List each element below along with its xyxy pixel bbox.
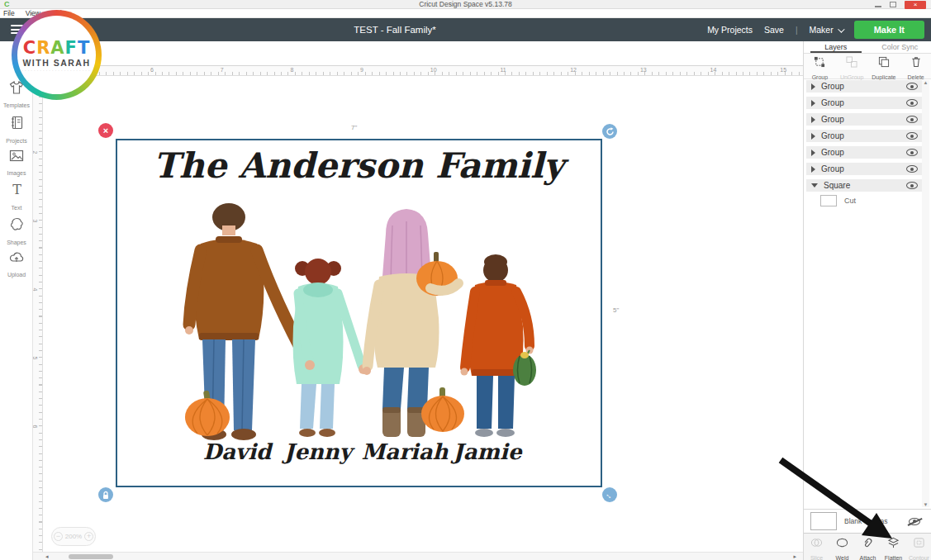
eye-icon[interactable] xyxy=(906,99,918,107)
canvas-color-swatch[interactable] xyxy=(810,512,837,530)
save-link[interactable]: Save xyxy=(764,25,784,35)
family-illustration[interactable] xyxy=(169,201,549,442)
watermark-subtitle: WITH SARAH xyxy=(22,58,90,68)
expand-icon[interactable] xyxy=(811,116,815,123)
eye-icon[interactable] xyxy=(906,182,918,189)
layer-row-square[interactable]: Square xyxy=(806,179,923,192)
layer-row-group-5[interactable]: Group xyxy=(806,146,923,159)
rotate-handle-icon[interactable] xyxy=(602,124,617,139)
ungroup-button: UnGroup xyxy=(836,54,868,78)
sidebar-item-upload[interactable]: Upload xyxy=(0,250,33,280)
minimize-icon[interactable] xyxy=(875,6,881,7)
contour-button: Contour xyxy=(906,534,931,560)
sidebar-item-projects[interactable]: Projects xyxy=(0,116,33,146)
ruler-number: 3 xyxy=(33,220,38,223)
scroll-right-icon[interactable]: ▸ xyxy=(793,553,796,560)
artwork-name-jenny[interactable]: Jenny xyxy=(284,439,352,464)
app-title: Cricut Design Space v5.13.78 xyxy=(0,0,931,9)
tab-color-sync[interactable]: Color Sync xyxy=(868,41,931,53)
eye-icon[interactable] xyxy=(906,132,918,140)
color-swatch[interactable] xyxy=(820,195,837,206)
sidebar-item-images[interactable]: Images xyxy=(0,149,33,178)
craft-with-sarah-watermark: CRAFT WITH SARAH ······················· xyxy=(12,10,102,100)
layer-row-group-2[interactable]: Group xyxy=(806,97,923,109)
figure-boy xyxy=(461,254,537,437)
zoom-level: 200% xyxy=(65,533,82,540)
ruler-number: 11 xyxy=(501,67,506,73)
paperclip-icon xyxy=(862,537,874,548)
artwork-name-jamie[interactable]: Jamie xyxy=(453,439,521,464)
artwork-name-mariah[interactable]: Mariah xyxy=(362,439,449,464)
ruler-horizontal: 6789101112131415 xyxy=(43,66,803,76)
eye-icon[interactable] xyxy=(906,165,918,173)
scroll-left-icon[interactable]: ◂ xyxy=(45,553,49,560)
layer-row-group-1[interactable]: Group xyxy=(806,80,923,93)
ruler-number: 15 xyxy=(780,67,786,73)
artwork-title-text[interactable]: The Anderson Family xyxy=(154,145,564,186)
figure-girl xyxy=(293,259,369,437)
machine-select[interactable]: Maker xyxy=(810,25,843,35)
zoom-in-icon[interactable]: + xyxy=(84,532,93,541)
expand-icon[interactable] xyxy=(811,166,815,173)
ruler-number: 2 xyxy=(33,151,38,154)
image-icon xyxy=(9,149,24,162)
delete-button[interactable]: Delete xyxy=(900,54,931,78)
trash-icon xyxy=(910,56,922,68)
scroll-up-icon[interactable]: ▲ xyxy=(922,80,929,85)
layers-scrollbar[interactable]: ▲ ▼ xyxy=(922,80,929,507)
slice-icon xyxy=(810,537,823,548)
design-canvas[interactable]: 6789101112131415 123456 7" 5" The Anders… xyxy=(33,66,803,560)
eye-icon[interactable] xyxy=(906,116,918,123)
ungroup-icon xyxy=(846,56,857,68)
ruler-number: 4 xyxy=(33,288,38,292)
slice-button: Slice xyxy=(804,534,829,560)
sidebar-item-shapes[interactable]: Shapes xyxy=(0,217,33,248)
expand-icon[interactable] xyxy=(811,133,815,140)
maximize-icon[interactable] xyxy=(890,2,896,7)
lock-handle-icon[interactable] xyxy=(98,487,113,502)
zoom-out-icon[interactable]: − xyxy=(54,532,63,541)
make-it-button[interactable]: Make It xyxy=(854,21,924,39)
hscroll-thumb[interactable] xyxy=(69,554,113,559)
ruler-number: 10 xyxy=(430,67,437,73)
layer-tools-bar: Slice Weld Attach Flatten Contour xyxy=(804,533,931,560)
group-button[interactable]: Group xyxy=(804,54,836,78)
duplicate-button[interactable]: Duplicate xyxy=(868,54,900,78)
expand-icon[interactable] xyxy=(811,100,815,107)
layer-row-group-4[interactable]: Group xyxy=(806,130,923,142)
layer-row-group-3[interactable]: Group xyxy=(806,113,923,126)
resize-handle-icon[interactable]: ↔ xyxy=(602,487,617,502)
expand-icon[interactable] xyxy=(811,149,815,156)
eye-icon[interactable] xyxy=(906,149,918,156)
weld-button[interactable]: Weld xyxy=(829,534,855,560)
expand-icon[interactable] xyxy=(811,83,815,90)
ruler-number: 14 xyxy=(710,67,717,73)
eye-icon[interactable] xyxy=(906,83,918,90)
layer-row-square-cut[interactable]: Cut xyxy=(806,193,923,208)
flatten-button[interactable]: Flatten xyxy=(881,534,906,560)
delete-handle-icon[interactable]: × xyxy=(98,123,113,138)
collapse-icon[interactable] xyxy=(811,183,818,187)
svg-text:T: T xyxy=(12,183,21,197)
upload-cloud-icon xyxy=(9,250,24,263)
ruler-number: 9 xyxy=(360,67,363,73)
zoom-control: − 200% + xyxy=(51,527,96,546)
attach-button[interactable]: Attach xyxy=(855,534,881,560)
watermark-dots: ······················· xyxy=(21,68,91,73)
canvas-hscrollbar[interactable]: ◂ ▸ xyxy=(33,552,803,560)
canvas-background-row[interactable]: Blank Canvas xyxy=(804,509,931,533)
project-title: TEST - Fall Family* xyxy=(354,18,435,41)
menu-file[interactable]: File xyxy=(3,9,15,17)
close-icon[interactable]: × xyxy=(905,1,926,9)
layer-row-group-6[interactable]: Group xyxy=(806,163,923,175)
scroll-down-icon[interactable]: ▼ xyxy=(922,502,929,507)
ruler-number: 6 xyxy=(33,425,38,429)
tab-layers[interactable]: Layers xyxy=(804,41,868,53)
my-projects-link[interactable]: My Projects xyxy=(707,25,753,35)
eye-slash-icon[interactable] xyxy=(909,518,920,525)
ruler-number: 6 xyxy=(150,67,154,73)
ruler-number: 5 xyxy=(33,357,38,360)
artwork-name-david[interactable]: David xyxy=(203,439,272,464)
sidebar-item-text[interactable]: T Text xyxy=(0,183,33,213)
text-icon: T xyxy=(10,183,24,197)
